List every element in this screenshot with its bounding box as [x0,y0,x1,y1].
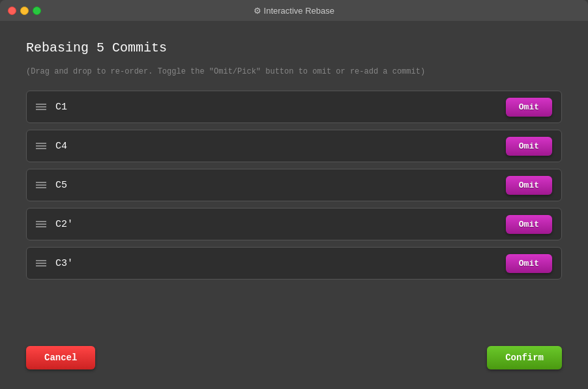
omit-button[interactable]: Omit [506,137,552,156]
drag-handle-icon[interactable] [36,104,46,110]
commit-row[interactable]: C1Omit [26,91,562,123]
window-title: ⚙ Interactive Rebase [254,6,334,16]
drag-handle-icon[interactable] [36,182,46,188]
confirm-button[interactable]: Confirm [487,346,562,369]
omit-button[interactable]: Omit [506,98,552,117]
drag-handle-icon[interactable] [36,143,46,149]
commit-name: C5 [55,180,506,191]
omit-button[interactable]: Omit [506,254,552,273]
cancel-button[interactable]: Cancel [26,346,95,369]
drag-handle-icon[interactable] [36,221,46,227]
omit-button[interactable]: Omit [506,176,552,195]
commit-row[interactable]: C5Omit [26,169,562,201]
page-title: Rebasing 5 Commits [26,40,562,55]
traffic-lights [8,7,41,15]
title-bar: ⚙ Interactive Rebase [0,0,588,21]
commit-name: C1 [55,102,506,113]
drag-handle-icon[interactable] [36,260,46,267]
commit-row[interactable]: C4Omit [26,130,562,162]
omit-button[interactable]: Omit [506,215,552,234]
commit-row[interactable]: C2'Omit [26,208,562,240]
window: ⚙ Interactive Rebase Rebasing 5 Commits … [0,0,588,389]
commit-name: C4 [55,141,506,152]
maximize-button[interactable] [33,7,41,15]
commit-name: C3' [55,258,506,269]
close-button[interactable] [8,7,16,15]
commit-row[interactable]: C3'Omit [26,247,562,280]
footer: Cancel Confirm [26,336,562,376]
main-content: Rebasing 5 Commits (Drag and drop to re-… [0,21,588,389]
commits-list: C1OmitC4OmitC5OmitC2'OmitC3'Omit [26,91,562,336]
minimize-button[interactable] [20,7,29,15]
commit-name: C2' [55,219,506,230]
instruction-text: (Drag and drop to re-order. Toggle the "… [26,67,562,76]
